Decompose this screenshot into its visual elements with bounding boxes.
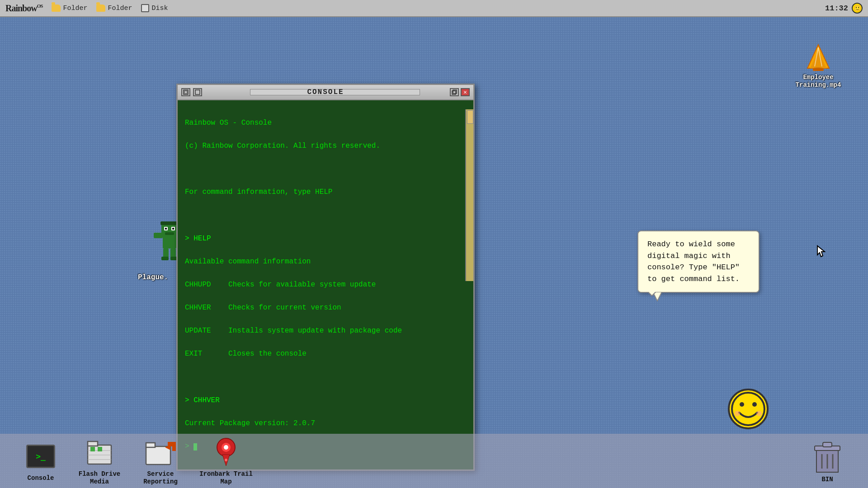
svg-marker-25	[653, 292, 662, 301]
ironbark-trail-map-taskbar-label: Ironbark Trail Map	[199, 470, 253, 486]
smiley-face-large	[728, 389, 769, 429]
console-line-10: UPDATE Installs system update with packa…	[185, 327, 402, 335]
trash-bin-icon	[811, 441, 844, 474]
svg-rect-39	[146, 443, 155, 447]
flash-drive-taskbar-label: Flash DriveMedia	[79, 470, 120, 486]
taskbar-item-bin[interactable]: BIN	[805, 441, 850, 483]
svg-rect-32	[88, 441, 98, 446]
menubar-folder-1-label: Folder	[63, 5, 87, 12]
console-taskbar-label: Console	[28, 474, 54, 482]
svg-rect-16	[170, 249, 176, 258]
desktop: RainbowOS Folder Folder Disk 11:32 🙂	[0, 0, 868, 488]
console-line-4: For command information, type HELP	[185, 188, 332, 196]
taskbar-item-console[interactable]: Console	[18, 440, 63, 482]
svg-rect-15	[163, 249, 169, 258]
svg-rect-23	[452, 91, 456, 94]
console-line-1: Rainbow OS - Console	[185, 119, 272, 127]
console-line-13: > CHHVER	[185, 396, 220, 404]
svg-rect-21	[184, 91, 187, 94]
bin-taskbar-label: BIN	[821, 476, 833, 483]
svg-rect-11	[172, 228, 174, 230]
menubar-folder-2-label: Folder	[108, 5, 132, 12]
folder-icon-1	[52, 5, 61, 12]
svg-point-3	[813, 67, 824, 71]
ironbark-trail-map-taskbar-icon	[210, 436, 242, 469]
console-output: Rainbow OS - Console (c) Rainbow Corpora…	[185, 106, 460, 464]
console-close-button-1[interactable]	[181, 88, 190, 96]
console-line-8: CHHUPD Checks for available system updat…	[185, 281, 376, 289]
svg-rect-12	[165, 232, 174, 235]
svg-point-44	[224, 445, 228, 450]
clock-time: 11:32	[825, 4, 848, 13]
tooltip-text: Ready to wield some digital magic with c…	[647, 240, 740, 283]
disk-icon	[141, 4, 149, 12]
svg-rect-10	[165, 228, 167, 230]
console-titlebar: CONSOLE ✕	[178, 85, 473, 100]
svg-rect-19	[160, 221, 179, 225]
menubar-folder-2[interactable]: Folder	[96, 5, 132, 12]
svg-rect-7	[161, 224, 178, 237]
menubar: RainbowOS Folder Folder Disk 11:32 🙂	[0, 0, 868, 17]
svg-rect-36	[90, 447, 95, 451]
svg-rect-22	[195, 90, 200, 94]
svg-rect-38	[146, 446, 170, 465]
menubar-disk[interactable]: Disk	[141, 4, 168, 12]
console-restore-button[interactable]	[450, 88, 459, 96]
flash-drive-taskbar-icon	[83, 436, 116, 469]
console-window: CONSOLE ✕ Rainbow OS - Console (c)	[176, 84, 475, 471]
console-line-7: Available command information	[185, 258, 311, 266]
console-minimize-button[interactable]	[193, 88, 202, 96]
console-body[interactable]: Rainbow OS - Console (c) Rainbow Corpora…	[178, 100, 473, 469]
console-titlebar-controls-right: ✕	[450, 88, 470, 96]
svg-rect-17	[161, 257, 169, 260]
svg-rect-48	[823, 442, 832, 447]
console-scrollbar-thumb[interactable]	[467, 110, 473, 124]
taskbar-item-service-reporting[interactable]: Service Reporting	[136, 436, 185, 486]
desktop-icon-employee-training[interactable]: EmployeeTraining.mp4	[796, 43, 841, 89]
svg-point-27	[740, 402, 744, 407]
mouse-cursor	[816, 245, 826, 260]
service-reporting-taskbar-label: Service Reporting	[136, 470, 185, 486]
console-line-11: EXIT Closes the console	[185, 350, 307, 358]
taskbar-item-ironbark-trail-map[interactable]: Ironbark Trail Map	[199, 436, 253, 486]
service-reporting-taskbar-icon	[144, 436, 177, 469]
menubar-logo-area: RainbowOS	[5, 3, 42, 14]
clock-smiley-icon: 🙂	[852, 3, 863, 14]
svg-point-26	[732, 393, 764, 425]
console-taskbar-icon	[24, 440, 57, 473]
svg-point-29	[735, 411, 740, 416]
svg-point-28	[752, 402, 757, 407]
folder-icon-2	[96, 5, 105, 12]
svg-point-30	[756, 411, 762, 416]
menubar-folder-1[interactable]: Folder	[52, 5, 87, 12]
tooltip-bubble: Ready to wield some digital magic with c…	[637, 230, 760, 293]
svg-marker-53	[817, 246, 825, 257]
console-title-text: CONSOLE	[307, 88, 344, 96]
svg-point-46	[225, 459, 227, 461]
plague-label: Plague.	[138, 273, 168, 282]
menubar-disk-label: Disk	[151, 5, 168, 12]
console-body-wrapper: Rainbow OS - Console (c) Rainbow Corpora…	[178, 100, 473, 469]
taskbar-item-flash-drive[interactable]: Flash DriveMedia	[77, 436, 122, 486]
console-line-6: > HELP	[185, 235, 211, 243]
employee-training-label: EmployeeTraining.mp4	[796, 74, 841, 89]
os-logo-sup: OS	[37, 3, 43, 9]
menubar-clock: 11:32 🙂	[825, 3, 863, 14]
console-close-button[interactable]: ✕	[461, 88, 470, 96]
console-line-9: CHHVER Checks for current version	[185, 304, 341, 312]
console-scrollbar[interactable]	[465, 109, 473, 281]
os-logo: RainbowOS	[5, 3, 42, 14]
console-titlebar-left	[181, 88, 202, 96]
svg-rect-24	[453, 90, 457, 94]
console-line-14: Current Package version: 2.0.7	[185, 419, 315, 427]
console-line-2: (c) Rainbow Corporation. All rights rese…	[185, 142, 380, 150]
console-box-icon	[26, 445, 55, 468]
taskbar: Console Flash DriveMedia	[0, 434, 868, 488]
svg-rect-37	[98, 447, 102, 451]
vlc-cone-icon	[804, 43, 833, 72]
svg-rect-13	[154, 233, 163, 238]
